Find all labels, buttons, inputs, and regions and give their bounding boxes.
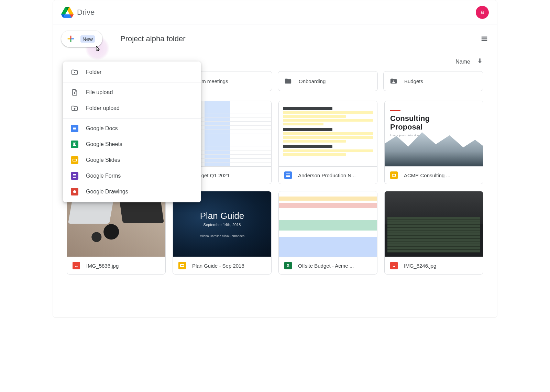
menu-item-file-upload[interactable]: File upload — [63, 85, 201, 100]
new-button-label: New — [80, 35, 95, 43]
drive-logo[interactable]: Drive — [61, 7, 95, 18]
menu-item-google-docs[interactable]: Google Docs — [63, 121, 201, 136]
account-avatar[interactable]: a — [476, 6, 489, 19]
list-view-icon — [481, 35, 488, 43]
file-name: Offsite Budget - Acme ... — [298, 263, 354, 269]
file-card[interactable]: X Offsite Budget - Acme ... — [278, 191, 377, 275]
svg-point-0 — [393, 80, 394, 82]
menu-item-label: Google Sheets — [86, 141, 122, 147]
file-card[interactable]: Anderson Production N... — [278, 101, 377, 184]
menu-separator — [63, 118, 201, 119]
image-icon — [390, 262, 398, 269]
app-header: Drive a — [53, 0, 497, 24]
product-name: Drive — [77, 8, 95, 17]
shared-folder-icon — [390, 77, 397, 85]
drive-icon — [61, 7, 74, 18]
folder-icon — [284, 77, 292, 85]
list-view-toggle[interactable] — [480, 34, 489, 43]
docs-icon — [71, 125, 78, 132]
forms-icon — [71, 172, 78, 180]
menu-item-label: File upload — [86, 89, 113, 96]
menu-item-label: Google Forms — [86, 173, 121, 179]
folder-name: Onboarding — [299, 78, 326, 84]
sort-direction-icon[interactable] — [476, 57, 483, 66]
menu-item-folder[interactable]: Folder — [63, 64, 201, 80]
file-name: ACME Consulting ... — [404, 172, 450, 178]
menu-item-label: Folder upload — [86, 105, 120, 111]
menu-item-google-slides[interactable]: Google Slides — [63, 152, 201, 168]
folder-upload-icon — [71, 104, 78, 112]
file-name: Plan Guide - Sep 2018 — [192, 263, 244, 269]
file-card[interactable]: IMG_5836.jpg — [67, 191, 166, 275]
file-thumbnail — [385, 191, 483, 257]
sort-label[interactable]: Name — [455, 59, 470, 65]
docs-icon — [284, 171, 292, 179]
file-name: IMG_8246.jpg — [404, 263, 436, 269]
menu-item-label: Google Drawings — [86, 189, 128, 195]
file-thumbnail — [279, 191, 377, 257]
new-button[interactable]: New — [61, 31, 102, 47]
file-upload-icon — [71, 89, 78, 96]
slides-icon — [390, 171, 398, 179]
menu-item-folder-upload[interactable]: Folder upload — [63, 100, 201, 116]
sheets-icon — [71, 141, 78, 148]
menu-separator — [63, 82, 201, 82]
menu-item-label: Google Docs — [86, 125, 118, 132]
new-folder-icon — [71, 68, 78, 76]
menu-item-google-drawings[interactable]: Google Drawings — [63, 184, 201, 200]
folder-name: Budgets — [404, 78, 423, 84]
drawings-icon — [71, 188, 78, 195]
plus-icon — [66, 34, 76, 44]
toolbar: New Project alpha folder — [53, 24, 497, 54]
menu-item-google-forms[interactable]: Google Forms — [63, 168, 201, 184]
new-menu: Folder File upload Folder upload Google … — [63, 61, 201, 202]
menu-item-google-sheets[interactable]: Google Sheets — [63, 136, 201, 152]
file-card[interactable]: IMG_8246.jpg — [384, 191, 483, 275]
menu-item-label: Google Slides — [86, 157, 120, 163]
excel-icon: X — [284, 262, 292, 269]
file-name: Anderson Production N... — [298, 172, 356, 178]
folder-card[interactable]: Onboarding — [278, 71, 378, 91]
file-name: IMG_5836.jpg — [86, 263, 119, 269]
breadcrumb-title[interactable]: Project alpha folder — [120, 34, 186, 43]
file-card[interactable]: Plan Guide September 14th, 2018 Milena C… — [173, 191, 272, 275]
file-card[interactable]: Consulting Proposal Lorem ipsum dolor si… — [384, 101, 483, 184]
slides-icon — [178, 262, 186, 269]
menu-item-label: Folder — [86, 69, 101, 75]
image-icon — [73, 262, 80, 269]
file-thumbnail — [279, 101, 377, 166]
file-thumbnail: Consulting Proposal Lorem ipsum dolor si… — [385, 101, 483, 166]
slides-icon — [71, 156, 78, 164]
folder-card[interactable]: Budgets — [383, 71, 483, 91]
